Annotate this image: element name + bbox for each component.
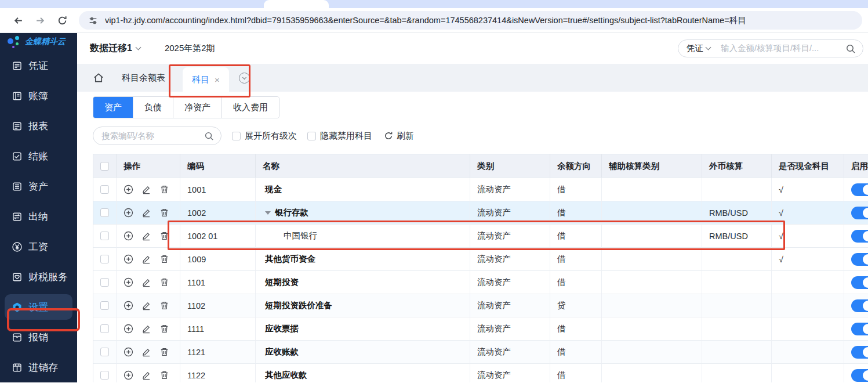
account-name[interactable]: 应收票据 bbox=[265, 323, 299, 334]
delete-icon[interactable] bbox=[159, 301, 169, 310]
add-sub-account-icon[interactable] bbox=[124, 185, 133, 194]
tab-list-dropdown-icon[interactable] bbox=[239, 73, 250, 84]
account-name[interactable]: 中国银行 bbox=[284, 230, 317, 241]
delete-icon[interactable] bbox=[159, 370, 169, 380]
edit-icon[interactable] bbox=[141, 231, 151, 241]
sidebar-item-8[interactable]: 财税服务 bbox=[0, 262, 77, 292]
table-search-input[interactable]: 搜索编码/名称 bbox=[93, 127, 221, 145]
row-checkbox[interactable] bbox=[100, 185, 109, 194]
account-name[interactable]: 短期投资跌价准备 bbox=[265, 300, 332, 311]
route-tab-1[interactable]: 科目余额表 bbox=[104, 64, 183, 92]
sidebar-item-9[interactable]: 设置 bbox=[0, 292, 77, 322]
enable-toggle[interactable] bbox=[851, 183, 868, 196]
global-search[interactable]: 凭证 输入金额/核算项目/科目/... bbox=[678, 39, 863, 57]
account-name[interactable]: 其他货币资金 bbox=[265, 254, 315, 265]
expand-all-checkbox[interactable]: 展开所有级次 bbox=[232, 131, 297, 142]
voucher-icon bbox=[12, 60, 23, 71]
edit-icon[interactable] bbox=[141, 347, 151, 357]
foreign-currency bbox=[702, 363, 772, 382]
edit-icon[interactable] bbox=[141, 301, 151, 310]
enable-toggle[interactable] bbox=[851, 369, 868, 382]
category-tab-2[interactable]: 负债 bbox=[133, 97, 173, 118]
site-info-icon[interactable] bbox=[88, 16, 98, 26]
sidebar-item-4[interactable]: 结账 bbox=[0, 141, 77, 171]
row-checkbox[interactable] bbox=[100, 371, 109, 380]
balance-direction: 借 bbox=[550, 201, 602, 224]
forward-icon[interactable] bbox=[30, 10, 50, 30]
edit-icon[interactable] bbox=[141, 185, 151, 194]
home-icon[interactable] bbox=[93, 72, 104, 84]
category-tab-3[interactable]: 净资产 bbox=[173, 97, 221, 118]
account-name[interactable]: 现金 bbox=[265, 184, 282, 195]
sidebar-item-1[interactable]: 凭证 bbox=[0, 50, 77, 81]
accounting-period[interactable]: 2025年第2期 bbox=[165, 43, 215, 54]
sidebar-item-6[interactable]: 出纳 bbox=[0, 201, 77, 232]
account-name[interactable]: 其他应收款 bbox=[265, 370, 307, 381]
sidebar-item-3[interactable]: 报表 bbox=[0, 111, 77, 141]
enable-toggle[interactable] bbox=[851, 299, 868, 312]
add-sub-account-icon[interactable] bbox=[124, 254, 133, 264]
delete-icon[interactable] bbox=[159, 208, 169, 218]
refresh-button[interactable]: 刷新 bbox=[384, 131, 414, 142]
row-checkbox[interactable] bbox=[100, 301, 109, 310]
enable-toggle[interactable] bbox=[851, 276, 868, 289]
account-name[interactable]: 银行存款 bbox=[275, 207, 308, 218]
sidebar-item-7[interactable]: 工资 bbox=[0, 232, 77, 262]
column-header: 启用状态 bbox=[844, 154, 868, 178]
edit-icon[interactable] bbox=[141, 254, 151, 264]
url-bar[interactable]: vip1-hz.jdy.com/accounting/index.html?db… bbox=[79, 11, 862, 30]
row-checkbox[interactable] bbox=[100, 208, 109, 217]
add-sub-account-icon[interactable] bbox=[124, 347, 133, 357]
browser-active-tab[interactable] bbox=[264, 0, 329, 8]
delete-icon[interactable] bbox=[159, 277, 169, 287]
enable-toggle[interactable] bbox=[851, 253, 868, 266]
sidebar-item-2[interactable]: 账簿 bbox=[0, 81, 77, 111]
row-checkbox[interactable] bbox=[100, 348, 109, 356]
search-type-dropdown[interactable]: 凭证 bbox=[687, 43, 710, 54]
sidebar-item-5[interactable]: 资产 bbox=[0, 171, 77, 201]
select-all-checkbox[interactable] bbox=[100, 162, 109, 171]
reload-icon[interactable] bbox=[52, 10, 72, 30]
row-checkbox[interactable] bbox=[100, 324, 109, 333]
edit-icon[interactable] bbox=[141, 208, 151, 218]
sidebar-item-11[interactable]: 进销存 bbox=[0, 352, 77, 382]
enable-toggle[interactable] bbox=[851, 346, 868, 359]
enable-toggle[interactable] bbox=[851, 207, 868, 219]
category-tab-4[interactable]: 收入费用 bbox=[221, 97, 279, 118]
account-name[interactable]: 应收账款 bbox=[265, 346, 299, 357]
add-sub-account-icon[interactable] bbox=[124, 277, 133, 287]
add-sub-account-icon[interactable] bbox=[124, 301, 133, 310]
edit-icon[interactable] bbox=[141, 370, 151, 380]
delete-icon[interactable] bbox=[159, 324, 169, 334]
company-selector[interactable]: 数据迁移1 bbox=[90, 42, 140, 55]
delete-icon[interactable] bbox=[159, 347, 169, 357]
subject-table: 操作编码名称类别余额方向辅助核算类别外币核算是否现金科目启用状态 1001现金流… bbox=[93, 154, 868, 382]
category-tab-1[interactable]: 资产 bbox=[93, 97, 133, 118]
back-icon[interactable] bbox=[8, 10, 28, 30]
delete-icon[interactable] bbox=[159, 231, 169, 241]
sidebar-item-10[interactable]: 报销 bbox=[0, 322, 77, 352]
add-sub-account-icon[interactable] bbox=[124, 370, 133, 380]
route-tab-2[interactable]: 科目× bbox=[183, 67, 229, 92]
row-checkbox[interactable] bbox=[100, 232, 109, 240]
account-name[interactable]: 短期投资 bbox=[265, 277, 299, 288]
edit-icon[interactable] bbox=[141, 324, 151, 334]
row-checkbox[interactable] bbox=[100, 255, 109, 263]
add-sub-account-icon[interactable] bbox=[124, 324, 133, 334]
enable-toggle[interactable] bbox=[851, 230, 868, 243]
edit-icon[interactable] bbox=[141, 277, 151, 287]
checkbox-box[interactable] bbox=[307, 132, 316, 140]
collapse-caret-icon[interactable] bbox=[265, 211, 271, 215]
url-text[interactable]: vip1-hz.jdy.com/accounting/index.html?db… bbox=[105, 15, 746, 26]
add-sub-account-icon[interactable] bbox=[124, 231, 133, 241]
search-icon[interactable] bbox=[204, 131, 214, 141]
checkbox-box[interactable] bbox=[232, 132, 241, 140]
enable-toggle[interactable] bbox=[851, 323, 868, 335]
search-icon[interactable] bbox=[845, 44, 856, 54]
row-checkbox[interactable] bbox=[100, 278, 109, 287]
delete-icon[interactable] bbox=[159, 254, 169, 264]
add-sub-account-icon[interactable] bbox=[124, 208, 133, 218]
close-icon[interactable]: × bbox=[215, 75, 220, 85]
hide-disabled-checkbox[interactable]: 隐藏禁用科目 bbox=[307, 131, 372, 142]
delete-icon[interactable] bbox=[159, 185, 169, 194]
